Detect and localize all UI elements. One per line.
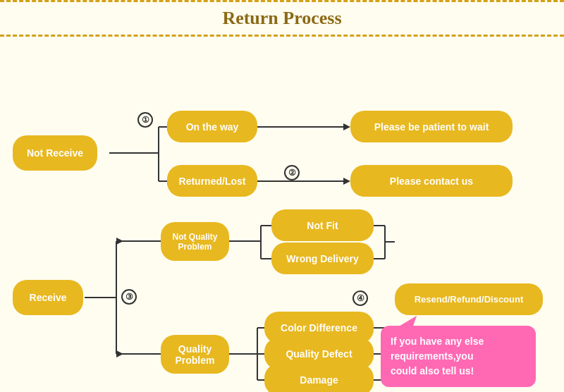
receive-node: Receive bbox=[13, 280, 83, 315]
circle-1-label: ① bbox=[137, 112, 153, 128]
header: Return Process bbox=[0, 0, 564, 37]
please-contact-node: Please contact us bbox=[350, 165, 513, 197]
not-receive-node: Not Receive bbox=[13, 135, 97, 171]
resend-refund-node: Resend/Refund/Discount bbox=[395, 283, 543, 315]
not-quality-problem-node: Not Quality Problem bbox=[161, 222, 229, 261]
circle-3-label: ③ bbox=[121, 289, 137, 305]
svg-marker-33 bbox=[116, 350, 123, 357]
circle-2-label: ② bbox=[284, 165, 300, 180]
circle-4-label: ④ bbox=[352, 290, 368, 306]
wrong-delivery-node: Wrong Delivery bbox=[271, 243, 374, 274]
damage-node: Damage bbox=[264, 364, 374, 392]
returned-lost-node: Returned/Lost bbox=[167, 165, 257, 197]
page-title: Return Process bbox=[222, 8, 341, 28]
speech-bubble: If you have any else requirements,you co… bbox=[381, 326, 536, 387]
svg-marker-7 bbox=[343, 178, 350, 185]
not-fit-node: Not Fit bbox=[271, 209, 374, 241]
svg-marker-32 bbox=[116, 238, 123, 245]
please-wait-node: Please be patient to wait bbox=[350, 111, 513, 142]
svg-marker-5 bbox=[343, 123, 350, 130]
diagram: Not Receive On the way Returned/Lost Ple… bbox=[0, 44, 564, 392]
quality-problem-node: Quality Problem bbox=[161, 335, 229, 374]
on-the-way-node: On the way bbox=[167, 111, 257, 142]
